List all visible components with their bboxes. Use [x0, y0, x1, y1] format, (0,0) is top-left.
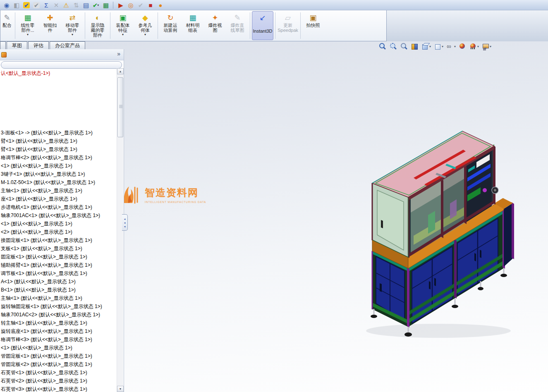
display-style-icon[interactable]: ▾	[434, 43, 443, 50]
selection-filter-on-icon[interactable]: ✔	[22, 1, 31, 10]
exploded-view-button[interactable]: ✦ 爆炸视 图	[204, 11, 226, 40]
tree-item[interactable]: M-1.0Z-50<1> (默认<<默认>_显示状态 1>)	[1, 178, 116, 186]
update-speedpak-button[interactable]: ▱ 更新 Speedpak	[277, 11, 299, 40]
rebuild-warning-icon[interactable]: ⚠	[62, 1, 70, 10]
scroll-down-icon[interactable]: ▼	[117, 386, 124, 392]
view-orientation-icon[interactable]: ▾	[421, 43, 431, 50]
tree-item[interactable]: 臂<1> (默认<<默认>_显示状态 1>)	[1, 137, 116, 145]
explode-line-sketch-button[interactable]: ✎ 爆炸直 线草图	[227, 11, 248, 40]
tree-item[interactable]: 接固定板<1> (默认<<默认>_显示状态 1>)	[1, 236, 116, 244]
render-sphere-icon[interactable]: ●	[156, 1, 165, 10]
tree-item[interactable]: 石英管<2> (默认<<默认>_显示状态 1>)	[1, 377, 116, 385]
color-blocks-icon[interactable]: ■	[146, 1, 155, 10]
performance-gauge-icon[interactable]: ◉	[2, 1, 11, 10]
zoom-to-fit-icon[interactable]	[378, 43, 386, 50]
take-snapshot-button[interactable]: ▣ 拍快照	[302, 11, 324, 40]
design-table-icon[interactable]: ▦	[101, 1, 110, 10]
tree-item[interactable]: 轴承7001AC<2> (默认<<默认>_显示状态 1>)	[1, 311, 116, 319]
ribbon-button-icon: ✎	[4, 13, 10, 23]
ribbon-separator	[158, 12, 158, 39]
zoom-to-area-icon[interactable]	[389, 43, 397, 50]
tree-item[interactable]: 主轴<1> (默认<<默认>_显示状态 1>)	[1, 294, 116, 302]
tree-item[interactable]: A<1> (默认<<默认>_显示状态 1>)	[1, 277, 116, 286]
move-component-button[interactable]: ⇄ 移动零 部件 ▾	[62, 11, 83, 40]
tree-item[interactable]: 调节板<1> (默认<<默认>_显示状态 1>)	[1, 269, 116, 277]
compare-documents-icon[interactable]: ▤	[81, 1, 90, 10]
tree-item[interactable]: 石英管<3> (默认<<默认>_显示状态 1>)	[1, 385, 116, 392]
mate-button[interactable]: ✎ 配合	[1, 11, 13, 40]
tree-item[interactable]: 臂<1> (默认<<默认>_显示状态 1>)	[1, 145, 116, 153]
hide-show-items-icon[interactable]: ▾	[446, 43, 456, 50]
scroll-up-icon[interactable]: ▲	[117, 68, 124, 74]
heads-up-view-toolbar: ▾ ▾ ▾ ▾ ▾	[378, 43, 491, 50]
motion-arrow-icon[interactable]: ▶	[116, 1, 125, 10]
ribbon-button-icon: ↙	[259, 13, 266, 23]
ribbon-button-label: 材料明 细表	[186, 23, 200, 33]
view-settings-icon[interactable]: ▾	[482, 43, 491, 50]
tree-item[interactable]: 旋转底座<1> (默认<<默认>_显示状态 1>)	[1, 327, 116, 335]
tree-item[interactable]: 3-面板<1> -> (默认<<默认>_显示状态 1>)	[1, 129, 116, 137]
model-shadow	[366, 324, 511, 338]
tree-item[interactable]: <1> (默认<<默认>_显示状态 1>)	[1, 344, 116, 352]
tree-item[interactable]: 格调节棒<3> (默认<<默认>_显示状态 1>)	[1, 335, 116, 344]
show-hidden-components-button[interactable]: ◐ 显示隐 藏的零 部件	[87, 11, 108, 40]
tree-item[interactable]: 支板<1> (默认<<默认>_显示状态 1>)	[1, 244, 116, 253]
command-tab[interactable]: 评估	[28, 41, 49, 49]
instant3d-button[interactable]: ↙ Instant3D	[252, 11, 273, 40]
new-motion-study-button[interactable]: ↻ 新建运 动算例	[160, 11, 181, 40]
assembly-root-item[interactable]: 认<默认_显示状态-1>)	[1, 70, 50, 77]
bill-of-materials-button[interactable]: ▦ 材料明 细表	[182, 11, 203, 40]
selection-filter-off-icon[interactable]: ✔	[32, 1, 41, 10]
toolbar-separator	[113, 2, 113, 9]
panel-splitter-handle[interactable]: ◂◂◂	[122, 214, 128, 231]
tree-item[interactable]: 座<1> (默认<<默认>_显示状态 1>)	[1, 195, 116, 203]
tree-item[interactable]: <1> (默认<<默认>_显示状态 1>)	[1, 162, 116, 170]
ribbon-separator	[275, 12, 275, 39]
tree-item[interactable]: <2> (默认<<默认>_显示状态 1>)	[1, 228, 116, 236]
tree-item[interactable]: 管固定板<2> (默认<<默认>_显示状态 1>)	[1, 360, 116, 368]
align-icon[interactable]: ⇅	[72, 1, 80, 10]
feature-manager-filter-bar[interactable]	[1, 61, 122, 69]
tree-item[interactable]: 格调节棒<2> (默认<<默认>_显示状态 1>)	[1, 153, 116, 162]
chevron-down-icon: ▾	[454, 45, 456, 48]
scrollbar-thumb[interactable]	[117, 77, 123, 137]
tree-item[interactable]: <1> (默认<<默认>_显示状态 1>)	[1, 220, 116, 228]
verification-icon[interactable]: ✔▾	[91, 1, 100, 10]
tree-item[interactable]: 3键子<1> (默认<<默认>_显示状态 1>)	[1, 170, 116, 178]
tree-item[interactable]: B<1> (默认<<默认>_显示状态 1>)	[1, 286, 116, 294]
check-disabled-icon[interactable]: ✔	[136, 1, 145, 10]
tree-item[interactable]: 辅助摇臂<1> (默认<<默认>_显示状态 1>)	[1, 261, 116, 269]
smart-fasteners-button[interactable]: ✚ 智能扣 件	[39, 11, 61, 40]
ribbon-button-icon: ▣	[119, 13, 126, 23]
reference-geometry-button[interactable]: ◆ 参考几 何体 ▾	[134, 11, 156, 40]
tree-item[interactable]: 旋转轴固定板<1> (默认<<默认>_显示状态 1>)	[1, 302, 116, 311]
command-tab[interactable]: 草图	[7, 41, 27, 49]
simulation-rings-icon[interactable]: ◎	[126, 1, 135, 10]
tree-item[interactable]: 管固定板<1> (默认<<默认>_显示状态 1>)	[1, 352, 116, 360]
command-tab[interactable]: 办公室产品	[50, 41, 85, 49]
previous-view-icon[interactable]	[400, 43, 408, 50]
machine-3d-model[interactable]	[124, 41, 548, 392]
tree-item[interactable]: 转主轴<1> (默认<<默认>_显示状态 1>)	[1, 319, 116, 327]
apply-scene-icon[interactable]: ▾	[469, 43, 479, 50]
ribbon-button-label: 装配体 特征	[116, 23, 130, 33]
section-view-icon[interactable]	[411, 43, 419, 50]
tree-item[interactable]: 固定板<1> (默认<<默认>_显示状态 1>)	[1, 253, 116, 261]
equations-icon[interactable]: Σ	[42, 1, 50, 10]
ribbon-button-icon: ↻	[167, 13, 173, 23]
expand-chevron-icon[interactable]: »	[117, 50, 120, 57]
assembly-document-icon	[1, 52, 7, 57]
interference-check-icon[interactable]: ✕	[52, 1, 60, 10]
window-background	[387, 10, 548, 41]
tree-item[interactable]: 石英管<1> (默认<<默认>_显示状态 1>)	[1, 368, 116, 377]
ribbon-separator	[15, 12, 15, 39]
tree-item[interactable]: 轴承7001AC<1> (默认<<默认>_显示状态 1>)	[1, 211, 116, 220]
defeature-icon[interactable]: ◧	[12, 1, 21, 10]
linear-component-pattern-button[interactable]: ▦ 线性零 部件... ▾	[17, 11, 38, 40]
tree-item[interactable]: 主轴<1> (默认<<默认>_显示状态 1>)	[1, 186, 116, 195]
tree-item[interactable]: 步进电机<1> (默认<<默认>_显示状态 1>)	[1, 203, 116, 211]
ribbon-button-icon: ◆	[142, 13, 148, 23]
tab-assembly-partial[interactable]	[0, 41, 6, 49]
assembly-features-button[interactable]: ▣ 装配体 特征 ▾	[112, 11, 134, 40]
edit-appearance-icon[interactable]	[459, 43, 467, 50]
